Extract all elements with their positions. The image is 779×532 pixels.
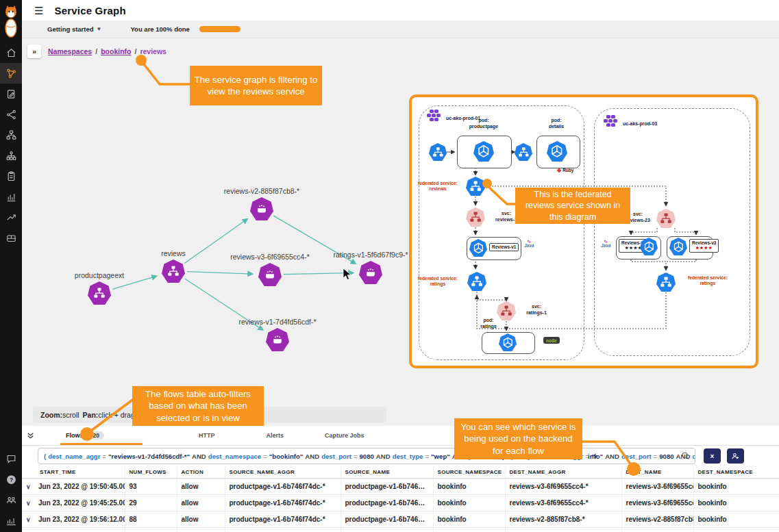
graph-node-ratings-v1[interactable] (359, 261, 382, 284)
breadcrumb-separator: / (134, 47, 136, 55)
flows-tabs: Flows20HTTPAlertsCapture Jobs (22, 426, 779, 446)
progress-bar (199, 26, 240, 32)
filter-row: (dest_name_aggr="reviews-v1-7d4fd56cdf-*… (22, 446, 779, 466)
hamburger-menu-icon[interactable]: ☰ (34, 5, 43, 16)
row-expand-chevron-icon[interactable]: ∨ (26, 516, 38, 523)
tab-capture-jobs[interactable]: Capture Jobs (318, 426, 371, 445)
column-header-source_name[interactable]: SOURCE_NAME (341, 466, 433, 479)
sidebar-item-users-icon[interactable] (0, 490, 22, 510)
sidebar: ? (0, 0, 22, 532)
graph-node-label: reviews (161, 249, 186, 257)
federated-reviews-label: federated service: reviews (413, 181, 462, 192)
sidebar-item-usage-chart-icon[interactable] (0, 510, 22, 531)
onboarding-bar: Getting started ▼ You are 100% done (22, 21, 779, 38)
table-row[interactable]: ∨Jun 23, 2022 @ 19:50:45.00093allowprodu… (22, 479, 779, 495)
column-header-action[interactable]: ACTION (177, 466, 225, 479)
flows-table: START_TIMENUM_FLOWSACTIONSOURCE_NAME_AGG… (22, 466, 779, 532)
svc-ratings-1-label: svc: ratings-1 (519, 304, 554, 316)
cluster-icon (427, 110, 441, 121)
reviews-v3-chip: Reviews-v3★★★★ (689, 239, 719, 253)
table-row[interactable]: ∨Jun 23, 2022 @ 19:45:25.00029allowprodu… (22, 495, 779, 511)
breadcrumb-separator: / (95, 47, 97, 55)
row-expand-chevron-icon[interactable]: ∨ (26, 500, 38, 507)
java-logo-icon: ∿Java (601, 239, 610, 249)
top-bar: ☰ Service Graph (22, 0, 779, 21)
flows-panel: Flows20HTTPAlertsCapture Jobs (dest_name… (22, 426, 779, 532)
table-row[interactable]: ∨Jun 23, 2022 @ 19:50:45.00072allowprodu… (22, 528, 779, 532)
callout-graph-filter: The service graph is filtering to view t… (190, 66, 322, 105)
sidebar-item-policies-icon[interactable] (0, 84, 22, 104)
nodejs-logo-icon: node (543, 337, 560, 344)
federation-diagram-panel: uc-aks-prod-01 pod: productpage pod: det… (409, 94, 758, 368)
reviews-v1-chip: Reviews-v1 (489, 243, 519, 251)
column-header-dest_name[interactable]: DEST_NAME (621, 466, 693, 479)
graph-node-reviews-v3[interactable] (258, 263, 282, 286)
sidebar-item-chat-icon[interactable] (0, 448, 22, 469)
graph-node-productpageext[interactable] (88, 281, 111, 305)
service-graph-page: { "app": {"title": "Service Graph"}, "co… (0, 0, 779, 532)
graph-node-label: productpageext (75, 271, 124, 279)
sidebar-item-help-icon[interactable]: ? (0, 469, 22, 490)
flows-filter-input[interactable]: (dest_name_aggr="reviews-v1-7d4fd56cdf-*… (38, 448, 695, 464)
column-header-num_flows[interactable]: NUM_FLOWS (125, 466, 177, 479)
tab-flows[interactable]: Flows20 (59, 426, 111, 445)
onboarding-status: You are 100% done (130, 25, 189, 33)
federated-ratings-label: federated service: ratings (413, 276, 462, 288)
pod-productpage-label: pod: productpage (453, 118, 515, 130)
chevron-down-icon: ▼ (97, 26, 102, 32)
sidebar-item-network-sets-icon[interactable] (0, 104, 22, 125)
sidebar-item-dashboards-icon[interactable] (0, 186, 22, 207)
getting-started-dropdown[interactable]: Getting started (47, 25, 94, 33)
breadcrumb-namespaces[interactable]: Namespaces (48, 47, 92, 55)
column-header-source_namespace[interactable]: SOURCE_NAMESPACE (433, 466, 505, 479)
cluster-icon (604, 115, 617, 127)
pod-ratings-label: pod: ratings (471, 318, 506, 330)
column-header-dest_name_aggr[interactable]: DEST_NAME_AGGR (505, 466, 621, 479)
column-header-start_time[interactable]: START_TIME (22, 466, 125, 479)
sidebar-item-archives-icon[interactable] (0, 227, 22, 248)
tigera-cat-logo-icon[interactable] (0, 0, 22, 42)
tab-count-badge: 20 (88, 431, 104, 440)
row-expand-chevron-icon[interactable]: ∨ (26, 483, 38, 490)
user-filter-button[interactable] (727, 448, 744, 464)
sidebar-item-trends-icon[interactable] (0, 207, 22, 227)
collapse-panel-icon[interactable] (26, 431, 35, 440)
callout-federated: This is the federated reviews service sh… (515, 188, 630, 224)
service-graph-canvas[interactable]: » Namespaces/bookinfo/reviews productpag… (22, 38, 779, 426)
graph-node-label: reviews-v2-885f87cb8-* (224, 187, 299, 195)
java-logo-icon: ∿Java (524, 239, 534, 249)
page-title: Service Graph (54, 5, 125, 16)
sidebar-item-service-graph-icon[interactable] (0, 63, 22, 84)
clear-filter-button[interactable]: × (704, 448, 721, 464)
graph-node-label: reviews-v3-6f69655cc4-* (230, 253, 310, 261)
callout-backend: You can see which service is being used … (454, 418, 582, 459)
column-header-source_name_aggr[interactable]: SOURCE_NAME_AGGR (225, 466, 341, 479)
tab-alerts[interactable]: Alerts (259, 426, 290, 445)
graph-node-reviews[interactable] (162, 259, 185, 283)
tab-http[interactable]: HTTP (192, 426, 222, 445)
sidebar-item-workloads-icon[interactable] (0, 145, 22, 166)
panel-expander-button[interactable]: » (27, 45, 41, 58)
table-row[interactable]: ∨Jun 23, 2022 @ 19:56:12.00088allowprodu… (22, 511, 779, 528)
sidebar-item-compliance-icon[interactable] (0, 166, 22, 186)
search-icon (681, 451, 690, 461)
graph-node-label: reviews-v1-7d4fd56cdf-* (238, 318, 316, 326)
breadcrumb-bookinfo[interactable]: bookinfo (101, 47, 131, 55)
breadcrumb: Namespaces/bookinfo/reviews (48, 47, 166, 55)
sidebar-item-home-icon[interactable] (0, 42, 22, 63)
pod-details-label: pod: details (528, 118, 584, 130)
svg-text:?: ? (9, 476, 12, 483)
ruby-logo-icon: ◆Ruby (557, 167, 573, 173)
graph-node-label: ratings-v1-5f6d67f9c9-* (333, 251, 408, 259)
breadcrumb-reviews: reviews (140, 47, 166, 55)
cluster-2-name: uc-aks-prod-03 (623, 121, 657, 127)
graph-node-reviews-v1[interactable] (266, 328, 289, 351)
column-header-dest_namespace[interactable]: DEST_NAMESPACE (693, 466, 779, 479)
federated-ratings-2-label: federated service: ratings (680, 275, 735, 287)
graph-node-reviews-v2[interactable] (250, 197, 273, 220)
callout-flows-filter: The flows table auto-filters based on wh… (132, 386, 264, 426)
sidebar-item-endpoints-icon[interactable] (0, 125, 22, 145)
cluster-2-boundary (594, 108, 750, 356)
